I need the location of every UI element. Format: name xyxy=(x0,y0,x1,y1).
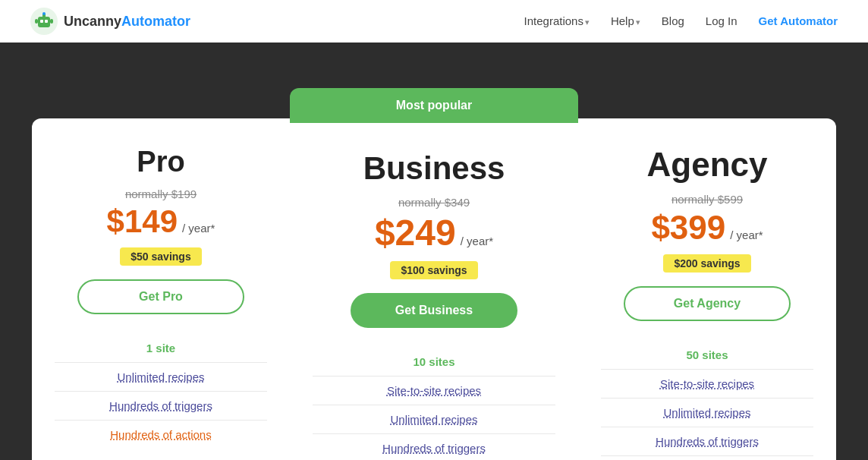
business-feature-triggers: Hundreds of triggers xyxy=(313,434,555,460)
agency-price-row: $399 / year* xyxy=(651,209,763,247)
agency-price: $399 xyxy=(651,209,725,247)
pro-savings: $50 savings xyxy=(120,247,201,266)
plan-card-pro: Pro normally $199 $149 / year* $50 savin… xyxy=(32,118,290,460)
business-feature-sites: 10 sites xyxy=(313,348,555,377)
nav-help[interactable]: Help▾ xyxy=(611,14,640,28)
agency-price-normal: normally $599 xyxy=(671,193,743,206)
pricing-section: Pro normally $199 $149 / year* $50 savin… xyxy=(0,43,868,460)
plan-card-business: Business normally $349 $249 / year* $100… xyxy=(290,123,578,460)
svg-rect-6 xyxy=(35,19,38,24)
business-savings: $100 savings xyxy=(390,261,477,279)
pro-feature-actions: Hundreds of actions xyxy=(55,421,267,449)
nav-login[interactable]: Log In xyxy=(706,14,737,28)
business-price: $249 xyxy=(375,212,456,254)
pro-feature-recipes: Unlimited recipes xyxy=(55,363,267,392)
svg-rect-1 xyxy=(38,17,50,27)
agency-feature-triggers: Hundreds of triggers xyxy=(601,427,813,456)
pro-price-normal: normally $199 xyxy=(125,187,197,200)
business-wrapper: Most popular Business normally $349 $249… xyxy=(290,88,578,460)
pro-features: 1 site Unlimited recipes Hundreds of tri… xyxy=(55,334,267,449)
pro-plan-name: Pro xyxy=(137,146,184,178)
logo-icon xyxy=(30,8,58,35)
business-period: / year* xyxy=(461,235,493,247)
nav-get-automator[interactable]: Get Automator xyxy=(759,14,838,28)
agency-period: / year* xyxy=(730,228,763,241)
agency-savings: $200 savings xyxy=(663,254,750,273)
agency-cta-button[interactable]: Get Agency xyxy=(624,286,791,321)
most-popular-banner: Most popular xyxy=(290,88,578,123)
agency-feature-site-to-site: Site-to-site recipes xyxy=(601,370,813,399)
pro-price: $149 xyxy=(107,203,178,240)
agency-features: 50 sites Site-to-site recipes Unlimited … xyxy=(601,341,813,460)
business-price-normal: normally $349 xyxy=(398,196,470,209)
business-price-row: $249 / year* xyxy=(375,212,493,254)
logo-text: UncannyAutomator xyxy=(64,14,190,30)
pro-cta-button[interactable]: Get Pro xyxy=(77,279,244,314)
most-popular-label: Most popular xyxy=(396,99,472,112)
pro-period: / year* xyxy=(182,222,215,235)
nav-blog[interactable]: Blog xyxy=(662,14,684,28)
svg-point-5 xyxy=(42,12,46,15)
agency-plan-name: Agency xyxy=(647,146,768,184)
pro-feature-triggers: Hundreds of triggers xyxy=(55,392,267,421)
business-feature-recipes: Unlimited recipes xyxy=(313,405,555,434)
business-feature-site-to-site: Site-to-site recipes xyxy=(313,377,555,405)
agency-feature-recipes: Unlimited recipes xyxy=(601,399,813,427)
main-nav: UncannyAutomator Integrations▾ Help▾ Blo… xyxy=(0,0,868,43)
svg-rect-3 xyxy=(45,20,48,23)
agency-feature-sites: 50 sites xyxy=(601,341,813,370)
business-features: 10 sites Site-to-site recipes Unlimited … xyxy=(313,348,555,460)
pro-feature-sites: 1 site xyxy=(55,334,267,363)
plan-card-agency: Agency normally $599 $399 / year* $200 s… xyxy=(578,118,836,460)
nav-integrations[interactable]: Integrations▾ xyxy=(524,14,590,28)
nav-links: Integrations▾ Help▾ Blog Log In Get Auto… xyxy=(524,14,838,28)
business-plan-name: Business xyxy=(363,150,505,187)
svg-rect-7 xyxy=(50,19,53,24)
pro-price-row: $149 / year* xyxy=(107,203,215,240)
business-cta-button[interactable]: Get Business xyxy=(351,293,517,328)
agency-feature-actions: Hundreds of actions xyxy=(601,456,813,460)
logo[interactable]: UncannyAutomator xyxy=(30,8,190,35)
svg-rect-2 xyxy=(40,20,43,23)
